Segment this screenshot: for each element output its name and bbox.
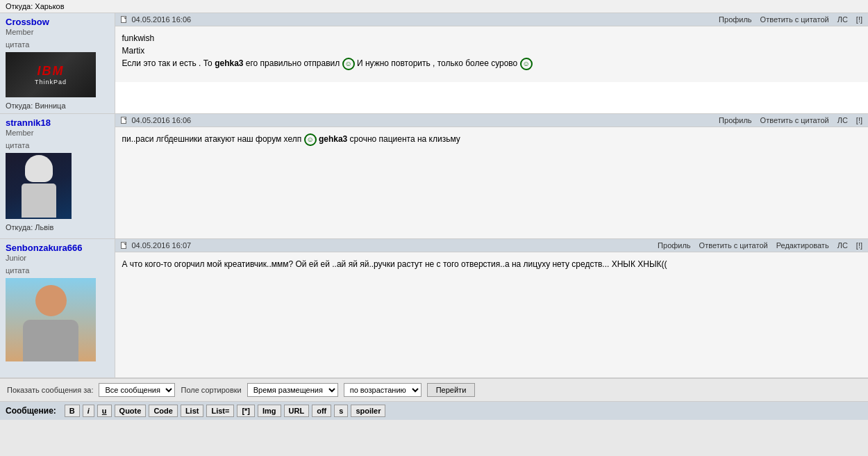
action-report-3[interactable]: [!] (856, 241, 862, 250)
post-text-senbon: А что кого-то огорчил мой креативчик..мм… (122, 258, 862, 270)
reply-label: Сообщение: (6, 406, 56, 416)
avatar-senbon (6, 278, 109, 361)
emoji-3: ☺ (304, 133, 317, 146)
action-profile-3[interactable]: Профиль (658, 241, 691, 250)
toolbar-btn-off[interactable]: off (312, 405, 331, 417)
post-header-left-3: 04.05.2016 16:07 (121, 241, 192, 250)
user-label-senbon: цитата (6, 266, 109, 275)
toolbar-btn-list[interactable]: List (181, 405, 204, 417)
action-report-1[interactable]: [!] (856, 15, 862, 24)
post-date-crossbow: 04.05.2016 16:06 (132, 15, 192, 24)
action-reply-quote-1[interactable]: Ответить с цитатой (760, 15, 829, 24)
avatar-strannik (6, 153, 109, 219)
toolbar-btn-quote[interactable]: Quote (115, 405, 147, 417)
toolbar-btn-url[interactable]: URL (284, 405, 310, 417)
post-content-1: Если это так и есть . То gehka3 его прав… (122, 58, 533, 68)
post-header-left-2: 04.05.2016 16:06 (121, 116, 192, 124)
post-header-crossbow: 04.05.2016 16:06 Профиль Ответить с цита… (115, 13, 869, 26)
post-left-crossbow: Crossbow Member цитата IBM ThinkPad Отку… (0, 13, 115, 114)
storm-body (22, 184, 56, 218)
post-header-actions-senbon: Профиль Ответить с цитатой Редактировать… (658, 241, 862, 250)
post-page-icon-3 (121, 242, 126, 249)
sort-field-label: Поле сортировки (181, 386, 241, 394)
table-row: Crossbow Member цитата IBM ThinkPad Отку… (0, 13, 868, 114)
gehka3-mention-1: gehka3 (215, 58, 243, 68)
post-header-senbon: 04.05.2016 16:07 Профиль Ответить с цита… (115, 239, 869, 252)
storm-helmet (25, 155, 53, 182)
location-from-label-2: Откуда: (6, 223, 33, 231)
action-pm-2[interactable]: ЛС (837, 116, 848, 124)
location-city-1: Винница (35, 101, 65, 110)
username-crossbow[interactable]: Crossbow (6, 17, 49, 27)
user-rank-crossbow: Member (6, 28, 109, 36)
action-report-2[interactable]: [!] (856, 116, 862, 124)
go-button[interactable]: Перейти (427, 383, 476, 397)
user-location-crossbow: Откуда: Винница (6, 101, 109, 110)
location-city-2: Львів (35, 223, 53, 231)
toolbar-btn-s[interactable]: s (334, 405, 348, 417)
post-right-senbon: 04.05.2016 16:07 Профиль Ответить с цита… (115, 239, 868, 378)
table-row: strannik18 Member цитата Откуда: Львів (0, 114, 868, 239)
post-date-strannik: 04.05.2016 16:06 (132, 116, 192, 124)
post-left-strannik: strannik18 Member цитата Откуда: Львів (0, 114, 115, 239)
post-header-left: 04.05.2016 16:06 (121, 15, 192, 24)
post-text-crossbow: funkwish Martix Если это так и есть . То… (122, 32, 862, 70)
action-reply-quote-3[interactable]: Ответить с цитатой (699, 241, 768, 250)
sort-order-select[interactable]: по возрастанию (344, 383, 422, 397)
table-row: Senbonzakura666 Junior цитата 04.05.2016… (0, 239, 868, 378)
action-profile-2[interactable]: Профиль (719, 116, 752, 124)
post-header-actions-strannik: Профиль Ответить с цитатой ЛС [!] (719, 116, 862, 124)
toolbar-btn-listitem[interactable]: [*] (237, 405, 255, 417)
post-date-senbon: 04.05.2016 16:07 (132, 241, 192, 250)
post-body-senbon: А что кого-то огорчил мой креативчик..мм… (115, 252, 869, 377)
action-edit-3[interactable]: Редактировать (776, 241, 829, 250)
post-text-strannik: пи..раси лгбдешники атакуют наш форум хе… (122, 133, 862, 146)
action-profile-1[interactable]: Профиль (719, 15, 752, 24)
toolbar-btn-spoiler[interactable]: spoiler (351, 405, 385, 417)
gehka3-mention-2: gehka3 (319, 134, 347, 144)
toolbar-btn-code[interactable]: Code (149, 405, 178, 417)
user-label-strannik: цитата (6, 141, 109, 149)
username-strannik[interactable]: strannik18 (6, 117, 51, 128)
action-pm-1[interactable]: ЛС (837, 15, 848, 24)
ibm-logo-text: IBM (37, 64, 65, 79)
toolbar-btn-italic[interactable]: i (83, 405, 94, 417)
user-rank-senbon: Junior (6, 254, 109, 262)
storm-figure (18, 155, 60, 218)
username-senbon[interactable]: Senbonzakura666 (6, 243, 83, 253)
show-messages-label: Показать сообщения за: (7, 386, 93, 394)
emoji-1: ☺ (342, 58, 355, 70)
avatar-crossbow: IBM ThinkPad (6, 52, 109, 97)
user-rank-strannik: Member (6, 129, 109, 137)
posts-table: Crossbow Member цитата IBM ThinkPad Отку… (0, 13, 868, 378)
filter-bar: Показать сообщения за: Все сообщения Пол… (0, 378, 868, 401)
location-value: Харьков (35, 2, 64, 10)
show-messages-select[interactable]: Все сообщения (99, 383, 175, 397)
location-bar: Откуда: Харьков (0, 0, 868, 13)
user-label-crossbow: цитата (6, 40, 109, 49)
post-left-senbon: Senbonzakura666 Junior цитата (0, 239, 115, 378)
toolbar-btn-list-eq[interactable]: List= (206, 405, 234, 417)
post-right-strannik: 04.05.2016 16:06 Профиль Ответить с цита… (115, 114, 868, 239)
person-body (23, 320, 78, 361)
post-right-crossbow: 04.05.2016 16:06 Профиль Ответить с цита… (115, 13, 868, 114)
post-page-icon (121, 16, 126, 23)
reply-bar: Сообщение: B i u Quote Code List List= [… (0, 401, 868, 420)
toolbar-btn-img[interactable]: Img (258, 405, 281, 417)
location-from-label: Откуда: (6, 2, 33, 10)
toolbar-btn-bold[interactable]: B (65, 405, 80, 417)
post-header-actions-crossbow: Профиль Ответить с цитатой ЛС [!] (719, 15, 862, 24)
person-head (35, 285, 67, 316)
user-location-strannik: Откуда: Львів (6, 223, 109, 231)
post-body-crossbow: funkwish Martix Если это так и есть . То… (115, 26, 869, 82)
post-page-icon-2 (121, 117, 126, 124)
action-reply-quote-2[interactable]: Ответить с цитатой (760, 116, 829, 124)
toolbar-btn-underline[interactable]: u (97, 405, 112, 417)
post-content-2: пи..раси лгбдешники атакуют наш форум хе… (122, 134, 460, 144)
quote-author1: funkwish (122, 33, 155, 43)
action-pm-3[interactable]: ЛС (837, 241, 848, 250)
sort-field-select[interactable]: Время размещения (247, 383, 338, 397)
post-body-strannik: пи..раси лгбдешники атакуют наш форум хе… (115, 127, 869, 238)
thinkpad-text: ThinkPad (35, 79, 67, 86)
quote-author2: Martix (122, 46, 145, 56)
